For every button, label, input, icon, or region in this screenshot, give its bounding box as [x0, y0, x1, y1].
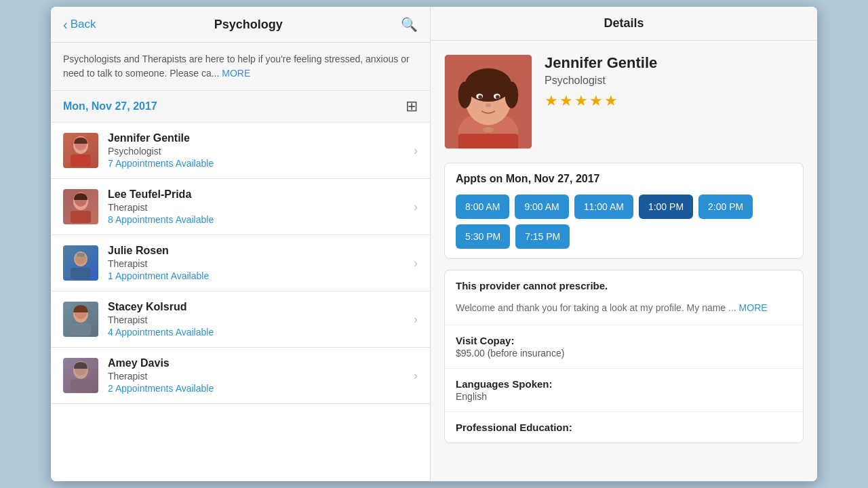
- avatar: [63, 302, 98, 337]
- education-row: Professional Education:: [445, 411, 803, 443]
- search-icon[interactable]: 🔍: [401, 16, 418, 33]
- visit-copay-value: $95.00 (before insurance): [456, 348, 792, 359]
- provider-name: Stacey Kolsrud: [108, 301, 408, 313]
- left-header: ‹ Back Psychology 🔍: [51, 7, 430, 43]
- star-2: ★: [559, 92, 573, 110]
- svg-rect-15: [71, 380, 91, 392]
- svg-point-26: [486, 103, 491, 107]
- provider-item[interactable]: Lee Teufel-Prida Therapist 8 Appointment…: [51, 179, 430, 235]
- provider-role: Therapist: [108, 314, 408, 325]
- back-chevron-icon: ‹: [63, 17, 68, 33]
- prescribe-notice: This provider cannot prescribe.: [445, 270, 803, 301]
- details-title: Details: [604, 16, 644, 30]
- svg-point-24: [478, 95, 482, 99]
- provider-name: Lee Teufel-Prida: [108, 188, 408, 201]
- appt-slot-0[interactable]: 8:00 AM: [456, 195, 509, 219]
- bio-text: Welcome and thank you for taking a look …: [445, 301, 803, 325]
- provider-name: Jennifer Gentile: [108, 132, 408, 144]
- app-container: ‹ Back Psychology 🔍 Psychologists and Th…: [51, 7, 817, 481]
- provider-name: Julie Rosen: [108, 245, 408, 257]
- provider-role: Therapist: [108, 371, 408, 382]
- star-4: ★: [589, 92, 603, 110]
- svg-rect-5: [71, 211, 91, 223]
- provider-info: Jennifer Gentile Psychologist 7 Appointm…: [108, 132, 408, 169]
- appt-slot-2[interactable]: 11:00 AM: [574, 195, 633, 219]
- date-bar: Mon, Nov 27, 2017 ⊞: [51, 91, 430, 123]
- svg-rect-9: [71, 268, 91, 279]
- bio-more-link[interactable]: ... MORE: [728, 302, 768, 313]
- back-button[interactable]: ‹ Back: [63, 17, 96, 33]
- back-label: Back: [71, 18, 96, 31]
- provider-item[interactable]: Amey Davis Therapist 2 Appointments Avai…: [51, 348, 430, 404]
- right-panel: Details: [431, 7, 817, 481]
- avatar: [63, 358, 98, 393]
- svg-rect-28: [458, 134, 519, 149]
- appt-slots: 8:00 AM 9:00 AM 11:00 AM 1:00 PM 2:00 PM…: [445, 189, 803, 258]
- languages-label: Languages Spoken:: [456, 378, 792, 390]
- provider-appts: 8 Appointments Available: [108, 214, 408, 225]
- left-panel: ‹ Back Psychology 🔍 Psychologists and Th…: [51, 7, 431, 481]
- chevron-right-icon: ›: [414, 144, 418, 158]
- visit-copay-row: Visit Copay: $95.00 (before insurance): [445, 325, 803, 368]
- chevron-right-icon: ›: [414, 200, 418, 214]
- chevron-right-icon: ›: [414, 369, 418, 383]
- provider-detail-header: Jennifer Gentile Psychologist ★ ★ ★ ★ ★: [444, 54, 804, 149]
- chevron-right-icon: ›: [414, 312, 418, 327]
- appts-header: Appts on Mon, Nov 27, 2017: [445, 163, 803, 189]
- svg-point-21: [505, 81, 519, 108]
- date-label: Mon, Nov 27, 2017: [63, 100, 157, 113]
- provider-detail-info: Jennifer Gentile Psychologist ★ ★ ★ ★ ★: [545, 54, 657, 110]
- provider-appts: 2 Appointments Available: [108, 383, 408, 394]
- provider-item[interactable]: Jennifer Gentile Psychologist 7 Appointm…: [51, 123, 430, 179]
- appt-slot-1[interactable]: 9:00 AM: [515, 195, 568, 219]
- page-title: Psychology: [214, 18, 283, 32]
- appointments-card: Appts on Mon, Nov 27, 2017 8:00 AM 9:00 …: [444, 163, 804, 259]
- svg-rect-8: [77, 253, 85, 257]
- chevron-right-icon: ›: [414, 256, 418, 270]
- star-1: ★: [545, 92, 558, 110]
- languages-row: Languages Spoken: English: [445, 368, 803, 411]
- avatar: [63, 245, 98, 281]
- info-more-link[interactable]: MORE: [222, 68, 250, 79]
- provider-list: Jennifer Gentile Psychologist 7 Appointm…: [51, 123, 430, 481]
- appt-slot-4[interactable]: 2:00 PM: [698, 195, 753, 219]
- provider-item[interactable]: Julie Rosen Therapist 1 Appointment Avai…: [51, 235, 430, 291]
- appt-slot-6[interactable]: 7:15 PM: [515, 224, 570, 249]
- svg-rect-2: [71, 155, 91, 167]
- info-banner: Psychologists and Therapists are here to…: [51, 43, 430, 91]
- provider-role: Therapist: [108, 258, 408, 269]
- provider-info: Julie Rosen Therapist 1 Appointment Avai…: [108, 245, 408, 281]
- svg-point-25: [496, 95, 500, 99]
- languages-value: English: [456, 391, 792, 402]
- bio-intro: Welcome and thank you for taking a look …: [456, 302, 726, 313]
- calendar-icon[interactable]: ⊞: [406, 98, 418, 115]
- provider-appts: 7 Appointments Available: [108, 158, 408, 169]
- svg-point-27: [483, 127, 494, 132]
- star-rating: ★ ★ ★ ★ ★: [545, 92, 657, 110]
- provider-info: Lee Teufel-Prida Therapist 8 Appointment…: [108, 188, 408, 225]
- provider-info: Amey Davis Therapist 2 Appointments Avai…: [108, 357, 408, 394]
- right-header: Details: [431, 7, 817, 41]
- avatar: [63, 189, 98, 224]
- provider-role: Psychologist: [108, 146, 408, 157]
- provider-appts: 4 Appointments Available: [108, 327, 408, 338]
- svg-point-19: [465, 68, 512, 102]
- detail-name: Jennifer Gentile: [545, 54, 657, 72]
- provider-role: Therapist: [108, 202, 408, 213]
- provider-info: Stacey Kolsrud Therapist 4 Appointments …: [108, 301, 408, 338]
- education-label: Professional Education:: [456, 422, 792, 433]
- right-content: Jennifer Gentile Psychologist ★ ★ ★ ★ ★ …: [431, 41, 817, 481]
- appt-slot-5[interactable]: 5:30 PM: [456, 224, 510, 249]
- appt-slot-3[interactable]: 1:00 PM: [639, 195, 693, 219]
- detail-role: Psychologist: [545, 75, 657, 87]
- svg-rect-12: [71, 323, 91, 336]
- provider-item[interactable]: Stacey Kolsrud Therapist 4 Appointments …: [51, 291, 430, 348]
- avatar: [63, 133, 98, 168]
- provider-appts: 1 Appointment Available: [108, 270, 408, 281]
- svg-point-20: [458, 81, 472, 108]
- provider-name: Amey Davis: [108, 357, 408, 369]
- visit-copay-label: Visit Copay:: [456, 335, 792, 346]
- star-5: ★: [604, 92, 618, 110]
- detail-avatar: [444, 54, 532, 149]
- star-3: ★: [574, 92, 588, 110]
